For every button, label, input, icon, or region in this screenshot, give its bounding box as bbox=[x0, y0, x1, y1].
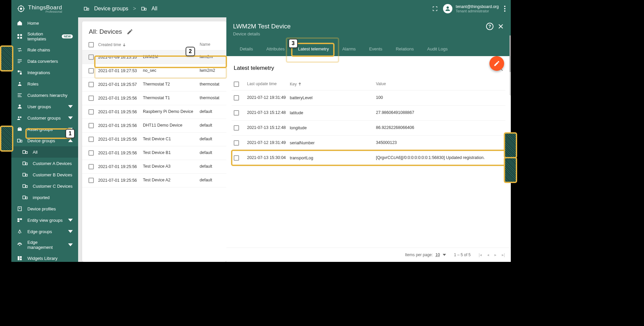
telemetry-checkbox[interactable] bbox=[234, 125, 239, 131]
devices-panel: All: Devices Created time Name 2021-07-0… bbox=[82, 21, 226, 262]
more-vert-icon[interactable] bbox=[504, 6, 505, 12]
sidebar-item-integrations[interactable]: Integrations bbox=[11, 67, 78, 78]
svg-rect-24 bbox=[26, 152, 27, 154]
nav-label: Customer A Devices bbox=[33, 161, 73, 166]
next-page-icon[interactable]: ▸ bbox=[494, 253, 496, 257]
sidebar-item-customer-c-devices[interactable]: Customer C Devices bbox=[11, 180, 78, 192]
cell-key: longitude bbox=[290, 125, 376, 131]
sidebar-item-edge-groups[interactable]: Edge groups bbox=[11, 226, 78, 237]
tab-attributes[interactable]: Attributes bbox=[260, 42, 291, 56]
sidebar-item-solution-templates[interactable]: Solution templates NEW bbox=[11, 29, 78, 44]
cell-label: Thermostat T2 bbox=[140, 82, 197, 87]
telemetry-checkbox[interactable] bbox=[234, 110, 239, 116]
col-created-time[interactable]: Created time bbox=[97, 42, 140, 47]
telemetry-row[interactable]: 2021-07-13 15:12:48 latitude 27.98606491… bbox=[232, 105, 505, 120]
cell-value: 86.92262268066406 bbox=[376, 125, 503, 131]
cell-name: default bbox=[197, 164, 223, 169]
tab-audit-logs[interactable]: Audit Logs bbox=[421, 42, 454, 56]
first-page-icon[interactable]: |◂ bbox=[479, 253, 482, 257]
svg-point-38 bbox=[19, 232, 20, 233]
table-row[interactable]: 2021-07-01 19:25:56 Thermostat T1 thermo… bbox=[82, 92, 226, 105]
select-all-checkbox[interactable] bbox=[88, 42, 94, 47]
sidebar-item-device-profiles[interactable]: Device profiles bbox=[11, 203, 78, 214]
tab-details[interactable]: Details bbox=[233, 42, 260, 56]
sidebar-item-user-groups[interactable]: User groups bbox=[11, 101, 78, 112]
table-row[interactable]: 2021-07-01 19:27:53 no_sec lwm2m2 bbox=[82, 64, 226, 78]
table-row[interactable]: 2021-07-01 19:25:56 Test Device C1 defau… bbox=[82, 133, 226, 146]
row-checkbox[interactable] bbox=[88, 54, 94, 60]
svg-rect-11 bbox=[20, 34, 22, 36]
edit-icon[interactable] bbox=[127, 28, 133, 35]
sidebar-item-edge-management[interactable]: Edge management bbox=[11, 237, 78, 253]
row-checkbox[interactable] bbox=[88, 68, 94, 73]
sidebar-item-customer-b-devices[interactable]: Customer B Devices bbox=[11, 169, 78, 180]
col-last-update[interactable]: Last update time bbox=[247, 82, 290, 87]
telemetry-checkbox[interactable] bbox=[234, 155, 239, 161]
sidebar-item-roles[interactable]: Roles bbox=[11, 78, 78, 90]
breadcrumb-page[interactable]: All bbox=[152, 6, 158, 12]
fullscreen-icon[interactable] bbox=[432, 6, 438, 11]
breadcrumb-group[interactable]: Device groups bbox=[94, 6, 128, 12]
tab-latest-telemetry[interactable]: Latest telemetry bbox=[291, 42, 336, 56]
decoration bbox=[504, 157, 517, 183]
telemetry-row[interactable]: 2021-07-13 15:12:48 longitude 86.9226226… bbox=[232, 120, 505, 135]
edit-fab[interactable] bbox=[489, 56, 504, 71]
sidebar-item-data-converters[interactable]: Data converters bbox=[11, 55, 78, 67]
close-icon[interactable] bbox=[497, 23, 504, 30]
select-all-telemetry-checkbox[interactable] bbox=[234, 82, 239, 87]
sidebar-item-rule-chains[interactable]: Rule chains bbox=[11, 44, 78, 55]
row-checkbox[interactable] bbox=[88, 109, 94, 115]
dropdown-icon[interactable] bbox=[443, 254, 446, 256]
col-name[interactable]: Name bbox=[197, 42, 223, 47]
svg-rect-25 bbox=[23, 162, 25, 165]
tab-relations[interactable]: Relations bbox=[389, 42, 420, 56]
sidebar-item-imported[interactable]: imported bbox=[11, 192, 78, 203]
help-icon[interactable]: ? bbox=[486, 23, 493, 30]
sidebar-item-entity-view-groups[interactable]: Entity view groups bbox=[11, 214, 78, 226]
nav-label: Edge management bbox=[27, 240, 63, 250]
row-checkbox[interactable] bbox=[88, 137, 94, 142]
table-row[interactable]: 2021-07-01 19:25:56 DHT11 Demo Device de… bbox=[82, 119, 226, 133]
sidebar-item-all[interactable]: All bbox=[11, 146, 78, 158]
cell-key: transportLog bbox=[290, 155, 376, 161]
avatar-icon bbox=[443, 4, 452, 13]
logo: ThingsBoard Professional bbox=[17, 4, 83, 13]
table-row[interactable]: 2021-07-01 19:25:57 Thermostat T2 thermo… bbox=[82, 78, 226, 92]
sidebar-item-home[interactable]: Home bbox=[11, 17, 78, 29]
col-key[interactable]: Key bbox=[290, 82, 376, 87]
ipp-value[interactable]: 10 bbox=[435, 253, 440, 257]
telemetry-row[interactable]: 2021-07-12 19:31:49 batteryLevel 100 bbox=[232, 90, 505, 105]
cell-update-time: 2021-07-13 15:30:04 bbox=[247, 155, 290, 161]
user-menu[interactable]: tenant@thingsboard.org Tenant administra… bbox=[443, 4, 499, 13]
prev-page-icon[interactable]: ◂ bbox=[487, 253, 489, 257]
col-value[interactable]: Value bbox=[376, 82, 503, 87]
row-checkbox[interactable] bbox=[88, 82, 94, 87]
table-row[interactable]: 2021-07-09 16:15:10 LWM2M lwm2m bbox=[82, 50, 226, 64]
scrollbar[interactable] bbox=[509, 35, 511, 72]
svg-point-8 bbox=[504, 8, 505, 9]
table-row[interactable]: 2021-07-01 19:25:56 Raspberry Pi Demo De… bbox=[82, 105, 226, 119]
telemetry-checkbox[interactable] bbox=[234, 95, 239, 101]
cell-name: default bbox=[197, 150, 223, 156]
svg-rect-31 bbox=[23, 196, 25, 199]
row-checkbox[interactable] bbox=[88, 164, 94, 169]
row-checkbox[interactable] bbox=[88, 123, 94, 128]
row-checkbox[interactable] bbox=[88, 178, 94, 183]
telemetry-checkbox[interactable] bbox=[234, 140, 239, 146]
nav-label: Rule chains bbox=[27, 47, 73, 52]
row-checkbox[interactable] bbox=[88, 96, 94, 101]
row-checkbox[interactable] bbox=[88, 150, 94, 156]
sidebar-item-customer-a-devices[interactable]: Customer A Devices bbox=[11, 158, 78, 169]
sidebar-item-widgets-library[interactable]: Widgets Library bbox=[11, 253, 78, 262]
table-row[interactable]: 2021-07-01 19:25:56 Test Device A3 defau… bbox=[82, 160, 226, 174]
telemetry-row[interactable]: 2021-07-12 19:31:49 serialNumber 3450001… bbox=[232, 135, 505, 150]
tab-events[interactable]: Events bbox=[363, 42, 389, 56]
telemetry-row[interactable]: 2021-07-13 15:30:04 transportLog [QrgvrC… bbox=[232, 150, 505, 165]
sidebar-item-customer-groups[interactable]: Customer groups bbox=[11, 112, 78, 124]
table-row[interactable]: 2021-07-01 19:25:56 Test Device A2 defau… bbox=[82, 174, 226, 187]
callout-1: 1 bbox=[65, 129, 75, 138]
tab-alarms[interactable]: Alarms bbox=[336, 42, 362, 56]
table-row[interactable]: 2021-07-01 19:25:56 Test Device B1 defau… bbox=[82, 146, 226, 160]
last-page-icon[interactable]: ▸| bbox=[502, 253, 505, 257]
sidebar-item-customers-hierarchy[interactable]: Customers hierarchy bbox=[11, 90, 78, 101]
